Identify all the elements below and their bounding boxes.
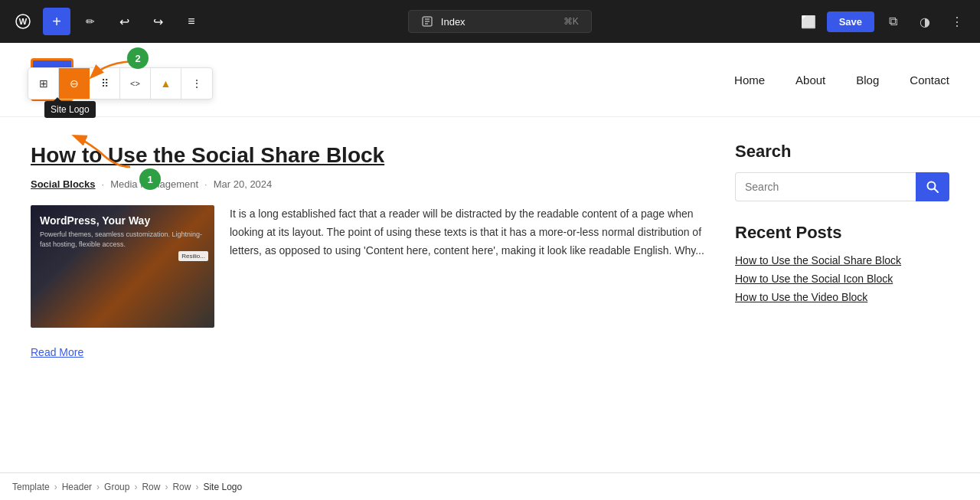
annotation-2: 2: [127, 47, 149, 69]
edit-mode-button[interactable]: ✏: [77, 8, 104, 35]
nav-contact[interactable]: Contact: [910, 74, 949, 87]
wp-logo-button[interactable]: W: [9, 8, 37, 35]
list-item: How to Use the Social Icon Block: [735, 272, 949, 286]
recent-posts-section: Recent Posts How to Use the Social Share…: [735, 223, 949, 304]
preview-button[interactable]: ⬜: [795, 8, 822, 35]
list-item: How to Use the Social Share Block: [735, 253, 949, 267]
breadcrumb: Template › Header › Group › Row › Row › …: [0, 472, 980, 500]
arrow-1: [69, 129, 138, 178]
breadcrumb-row2[interactable]: Row: [172, 482, 191, 492]
search-button[interactable]: [916, 172, 949, 201]
recent-post-1[interactable]: How to Use the Social Share Block: [735, 254, 901, 266]
main-content: How to Use the Social Share Block Social…: [31, 142, 704, 399]
toolbar-right: ⬜ Save ⧉ ◑ ⋮: [795, 8, 971, 35]
recent-posts-heading: Recent Posts: [735, 223, 949, 243]
index-label: Index: [441, 16, 466, 28]
breadcrumb-row1[interactable]: Row: [142, 482, 160, 492]
recent-posts-list: How to Use the Social Share Block How to…: [735, 253, 949, 304]
post-excerpt: It is a long established fact that a rea…: [230, 205, 704, 328]
block-warning-button[interactable]: ▲: [151, 68, 181, 99]
site-nav: Home About Blog Contact: [734, 74, 949, 87]
thumbnail-title: WordPress, Your Way: [40, 214, 150, 227]
search-input[interactable]: [735, 172, 916, 201]
toolbar-center: Index ⌘K: [211, 10, 789, 33]
search-section: Search: [735, 142, 949, 201]
list-view-button[interactable]: ≡: [178, 8, 205, 35]
recent-post-2[interactable]: How to Use the Social Icon Block: [735, 273, 893, 285]
editor-area: Media Management Home About Blog Contact…: [0, 43, 980, 500]
more-options-button[interactable]: ⋮: [943, 8, 971, 35]
index-shortcut: ⌘K: [564, 16, 579, 27]
main-toolbar: W + ✏ ↩ ↪ ≡ Index ⌘K ⬜ Save ⧉ ◑ ⋮: [0, 0, 980, 43]
search-heading: Search: [735, 142, 949, 162]
layout-button[interactable]: ⧉: [879, 8, 906, 35]
nav-blog[interactable]: Blog: [856, 74, 879, 87]
svg-text:W: W: [19, 17, 28, 26]
breadcrumb-header[interactable]: Header: [62, 482, 92, 492]
save-button[interactable]: Save: [827, 11, 874, 32]
post-category[interactable]: Social Blocks: [31, 178, 96, 190]
nav-about[interactable]: About: [795, 74, 825, 87]
content-area: How to Use the Social Share Block Social…: [0, 117, 980, 423]
page-wrap: Media Management Home About Blog Contact…: [0, 43, 980, 500]
post-meta: Social Blocks · Media Management · Mar 2…: [31, 178, 704, 190]
site-logo-tooltip: Site Logo: [44, 101, 96, 118]
nav-home[interactable]: Home: [734, 74, 765, 87]
contrast-button[interactable]: ◑: [911, 8, 939, 35]
breadcrumb-template[interactable]: Template: [12, 482, 50, 492]
post-thumbnail: WordPress, Your Way Powerful themes, sea…: [31, 205, 214, 328]
annotation-1: 1: [139, 168, 161, 190]
index-button[interactable]: Index ⌘K: [408, 10, 592, 33]
post-date: Mar 20, 2024: [214, 178, 273, 190]
recent-post-3[interactable]: How to Use the Video Block: [735, 291, 867, 303]
post-body-wrap: WordPress, Your Way Powerful themes, sea…: [31, 205, 704, 328]
redo-button[interactable]: ↪: [144, 8, 172, 35]
breadcrumb-group[interactable]: Group: [104, 482, 129, 492]
undo-button[interactable]: ↩: [110, 8, 138, 35]
block-more-button[interactable]: ⋮: [181, 68, 212, 99]
sidebar: Search Recent Posts How: [735, 142, 949, 399]
read-more-link[interactable]: Read More: [31, 346, 83, 358]
add-block-button[interactable]: +: [43, 8, 70, 35]
svg-line-8: [935, 189, 939, 193]
breadcrumb-site-logo[interactable]: Site Logo: [203, 482, 242, 492]
search-row: [735, 172, 949, 201]
block-align-button[interactable]: ⊞: [28, 68, 59, 99]
list-item: How to Use the Video Block: [735, 290, 949, 304]
